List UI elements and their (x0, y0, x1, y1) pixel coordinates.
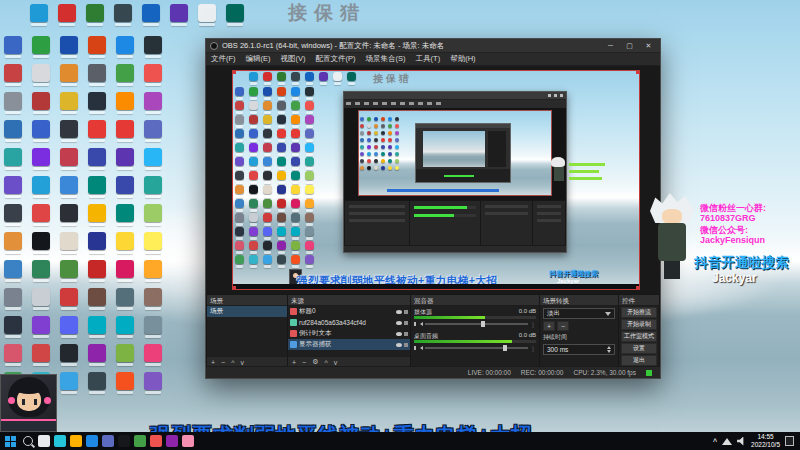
minimize-icon[interactable]: ─ (603, 42, 618, 49)
maximize-icon[interactable]: ▢ (622, 42, 637, 50)
desktop-icon[interactable] (144, 148, 162, 170)
crop-handle[interactable] (232, 70, 236, 74)
move-down-icon[interactable]: v (240, 359, 244, 366)
spin-arrows-icon[interactable] (607, 344, 611, 355)
desktop-icon[interactable] (32, 148, 50, 170)
menu-item[interactable]: 编辑(E) (241, 54, 276, 64)
desktop-icon[interactable] (88, 148, 106, 170)
taskbar-app-icon[interactable] (102, 435, 114, 447)
controls-button[interactable]: 开始录制 (621, 319, 657, 330)
desktop-icon[interactable] (4, 204, 22, 226)
scene-row[interactable]: 场景 (207, 306, 287, 317)
desktop-icon[interactable] (4, 260, 22, 282)
desktop-icon[interactable] (58, 4, 76, 26)
desktop-icon[interactable] (32, 176, 50, 198)
channel-menu-icon[interactable]: ⋮ (530, 321, 536, 328)
volume-fader[interactable]: ⋮ (414, 343, 536, 353)
lock-icon[interactable] (404, 310, 408, 314)
move-up-icon[interactable]: ^ (231, 359, 234, 366)
desktop-icon[interactable] (88, 64, 106, 86)
tray-chevron-icon[interactable]: ^ (713, 438, 717, 445)
lock-icon[interactable] (404, 332, 408, 336)
visibility-eye-icon[interactable] (396, 343, 402, 347)
desktop-icon[interactable] (60, 148, 78, 170)
menu-item[interactable]: 场景集合(S) (361, 54, 411, 64)
source-row[interactable]: 标题0 (288, 306, 410, 317)
menu-item[interactable]: 视图(V) (276, 54, 311, 64)
menu-item[interactable]: 工具(T) (411, 54, 446, 64)
move-up-icon[interactable]: ^ (324, 359, 327, 366)
channel-menu-icon[interactable]: ⋮ (530, 345, 536, 352)
desktop-icon[interactable] (88, 36, 106, 58)
desktop-icon[interactable] (88, 372, 106, 394)
desktop-icon[interactable] (116, 64, 134, 86)
desktop-icon[interactable] (32, 64, 50, 86)
desktop-icon[interactable] (32, 36, 50, 58)
taskbar-app-icon[interactable] (86, 435, 98, 447)
taskbar-app-icon[interactable] (54, 435, 66, 447)
desktop-icon[interactable] (60, 120, 78, 142)
crop-handle[interactable] (232, 286, 236, 290)
desktop-icon[interactable] (4, 176, 22, 198)
duration-spinbox[interactable]: 300 ms (543, 344, 615, 355)
desktop-icon[interactable] (4, 36, 22, 58)
taskbar-clock[interactable]: 14:55 2022/10/5 (751, 433, 780, 449)
fader-knob[interactable] (481, 321, 485, 327)
taskbar-app-icon[interactable] (70, 435, 82, 447)
source-row[interactable]: 倒计时文本 (288, 328, 410, 339)
remove-scene-icon[interactable]: − (221, 359, 225, 366)
fader-knob[interactable] (503, 345, 507, 351)
menu-item[interactable]: 帮助(H) (445, 54, 480, 64)
fader-track[interactable] (425, 347, 528, 349)
desktop-icon[interactable] (88, 344, 106, 366)
add-source-icon[interactable]: + (292, 359, 296, 366)
desktop-icon[interactable] (116, 148, 134, 170)
desktop-icon[interactable] (144, 36, 162, 58)
desktop-icon[interactable] (88, 176, 106, 198)
add-transition-icon[interactable]: + (543, 321, 555, 331)
obs-preview[interactable]: 接保猎 (206, 66, 660, 294)
controls-button[interactable]: 设置 (621, 343, 657, 354)
obs-titlebar[interactable]: OBS 26.1.0-rc1 (64-bit, windows) - 配置文件:… (206, 39, 660, 53)
desktop-icon[interactable] (170, 4, 188, 26)
desktop-icon[interactable] (4, 232, 22, 254)
desktop-icon[interactable] (116, 176, 134, 198)
desktop-icon[interactable] (144, 64, 162, 86)
desktop-icon[interactable] (86, 4, 104, 26)
desktop-icon[interactable] (116, 372, 134, 394)
controls-button[interactable]: 工作室模式 (621, 331, 657, 342)
visibility-eye-icon[interactable] (396, 310, 402, 314)
desktop-icon[interactable] (116, 36, 134, 58)
desktop-icon[interactable] (88, 92, 106, 114)
desktop-icon[interactable] (4, 148, 22, 170)
desktop-icon[interactable] (4, 288, 22, 310)
desktop-icon[interactable] (144, 176, 162, 198)
remove-transition-icon[interactable]: − (557, 321, 569, 331)
volume-icon[interactable] (737, 437, 746, 446)
desktop-icon[interactable] (32, 120, 50, 142)
desktop-icon[interactable] (4, 316, 22, 338)
add-scene-icon[interactable]: + (211, 359, 215, 366)
visibility-eye-icon[interactable] (396, 332, 402, 336)
remove-source-icon[interactable]: − (302, 359, 306, 366)
volume-fader[interactable]: ⋮ (414, 319, 536, 329)
desktop-icon[interactable] (60, 64, 78, 86)
desktop-icon[interactable] (144, 120, 162, 142)
search-icon[interactable] (23, 436, 33, 446)
desktop-icon[interactable] (226, 4, 244, 26)
desktop-icon[interactable] (60, 344, 78, 366)
desktop-icon[interactable] (116, 120, 134, 142)
menu-item[interactable]: 配置文件(P) (311, 54, 361, 64)
desktop-icon[interactable] (60, 176, 78, 198)
crop-handle[interactable] (636, 286, 640, 290)
taskbar-app-icon[interactable] (38, 435, 50, 447)
desktop-icon[interactable] (32, 92, 50, 114)
desktop-icon[interactable] (4, 64, 22, 86)
lock-icon[interactable] (404, 343, 408, 347)
move-down-icon[interactable]: v (334, 359, 338, 366)
desktop-icon[interactable] (30, 4, 48, 26)
source-row[interactable]: 显示器捕获 (288, 339, 410, 350)
taskbar-app-icon[interactable] (118, 435, 130, 447)
network-icon[interactable] (722, 438, 732, 445)
desktop-icon[interactable] (60, 36, 78, 58)
